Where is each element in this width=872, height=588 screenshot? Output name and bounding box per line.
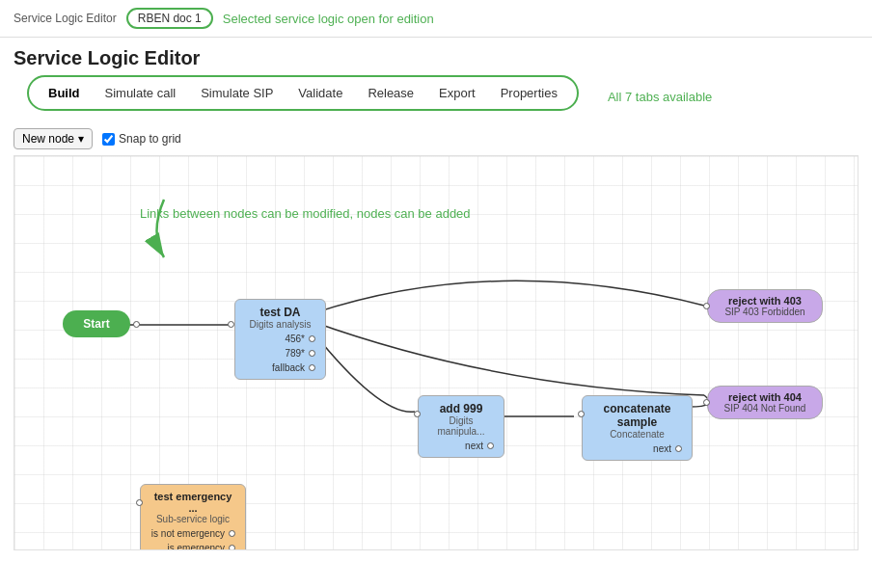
node-add-999[interactable]: add 999 Digits manipula... next [418, 395, 504, 458]
emergency-port-not: is not emergency [150, 528, 235, 539]
snap-label: Snap to grid [119, 132, 181, 146]
node-concat-sample[interactable]: concatenate sample Concatenate next [582, 395, 693, 461]
tabs-note: All 7 tabs available [608, 90, 712, 104]
concat-subtitle: Concatenate [592, 429, 682, 440]
top-bar: Service Logic Editor RBEN doc 1 Selected… [0, 0, 872, 38]
reject404-subtitle: SIP 404 Not Found [720, 403, 810, 414]
testda-port-456: 456* [245, 334, 315, 344]
new-node-label: New node [22, 132, 74, 146]
snap-to-grid-checkbox[interactable] [102, 133, 115, 146]
node-reject-404[interactable]: reject with 404 SIP 404 Not Found [707, 386, 823, 419]
canvas-annotation: Links between nodes can be modified, nod… [140, 206, 471, 221]
emergency-input-port [136, 499, 143, 506]
testda-port-fallback: fallback [245, 362, 315, 373]
tab-properties[interactable]: Properties [495, 83, 563, 103]
port-not-emergency-dot [229, 530, 235, 537]
add999-subtitle: Digits manipula... [428, 415, 494, 437]
concat-title: concatenate sample [592, 402, 682, 429]
port-is-emergency-dot [229, 545, 235, 550]
reject403-subtitle: SIP 403 Forbidden [720, 307, 810, 317]
reject403-input-port [703, 303, 710, 309]
tabs-container: Build Simulate call Simulate SIP Validat… [27, 75, 579, 111]
port-next-dot-add999 [487, 442, 494, 449]
testda-port-789: 789* [245, 348, 315, 359]
tab-validate[interactable]: Validate [292, 83, 348, 103]
port-789-dot [309, 350, 315, 357]
reject404-title: reject with 404 [720, 391, 810, 403]
page-title: Service Logic Editor [14, 47, 858, 69]
node-test-emergency[interactable]: test emergency ... Sub-service logic is … [140, 484, 246, 550]
node-reject-403[interactable]: reject with 403 SIP 403 Forbidden [707, 289, 823, 323]
dropdown-icon: ▾ [78, 132, 84, 146]
tab-build[interactable]: Build [42, 83, 86, 103]
node-start[interactable]: Start [63, 310, 130, 337]
concat-input-port [578, 411, 585, 417]
testda-input-port [228, 321, 234, 328]
port-456-dot [309, 335, 315, 342]
testda-title: test DA [245, 306, 315, 319]
reject404-input-port [703, 399, 710, 406]
canvas-area[interactable]: Links between nodes can be modified, nod… [14, 155, 858, 550]
status-message: Selected service logic open for edition [223, 12, 434, 26]
add999-port-next: next [428, 441, 494, 451]
toolbar: New node ▾ Snap to grid [0, 122, 872, 155]
snap-to-grid-label[interactable]: Snap to grid [102, 132, 181, 146]
emergency-title: test emergency ... [150, 491, 235, 514]
tab-simulate-call[interactable]: Simulate call [99, 83, 182, 103]
add999-title: add 999 [428, 402, 494, 415]
tab-release[interactable]: Release [362, 83, 420, 103]
tab-simulate-sip[interactable]: Simulate SIP [195, 83, 279, 103]
start-label: Start [83, 317, 109, 331]
reject403-title: reject with 403 [720, 295, 810, 307]
tab-export[interactable]: Export [433, 83, 481, 103]
app-title: Service Logic Editor [14, 12, 117, 25]
add999-input-port [414, 411, 421, 417]
port-next-dot-concat [675, 445, 682, 452]
emergency-subtitle: Sub-service logic [150, 514, 235, 524]
new-node-button[interactable]: New node ▾ [14, 128, 93, 149]
breadcrumb-badge[interactable]: RBEN doc 1 [126, 8, 213, 29]
testda-subtitle: Digits analysis [245, 319, 315, 330]
port-fallback-dot [309, 364, 315, 371]
page-title-area: Service Logic Editor [0, 38, 872, 75]
emergency-port-is: is emergency [150, 543, 235, 550]
concat-port-next: next [592, 443, 682, 454]
start-output-port [133, 321, 140, 328]
node-test-da[interactable]: test DA Digits analysis 456* 789* fallba… [234, 299, 326, 380]
